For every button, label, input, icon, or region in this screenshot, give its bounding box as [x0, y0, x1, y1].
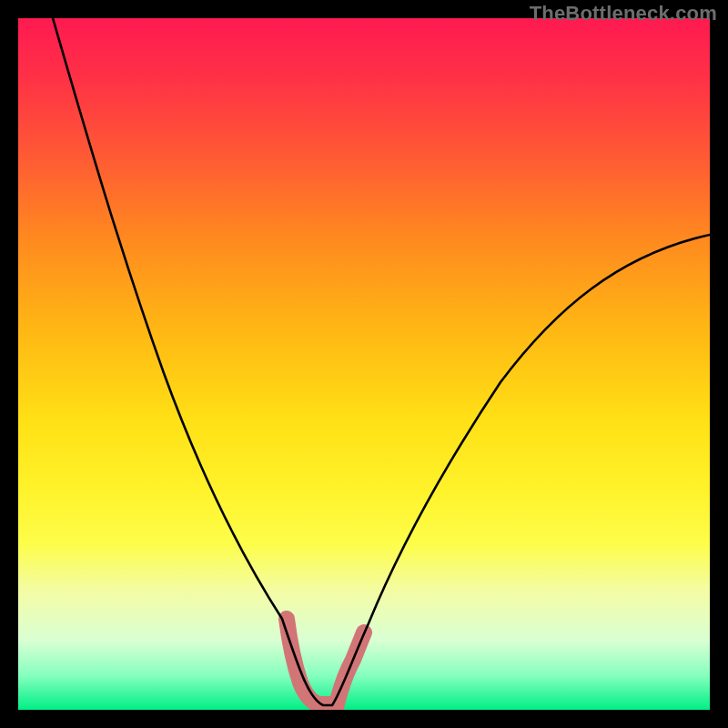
- bottleneck-curve-line: [53, 18, 710, 705]
- chart-frame: TheBottleneck.com: [0, 0, 728, 728]
- chart-plot-area: [18, 18, 710, 710]
- chart-svg: [18, 18, 710, 710]
- watermark-text: TheBottleneck.com: [530, 2, 717, 25]
